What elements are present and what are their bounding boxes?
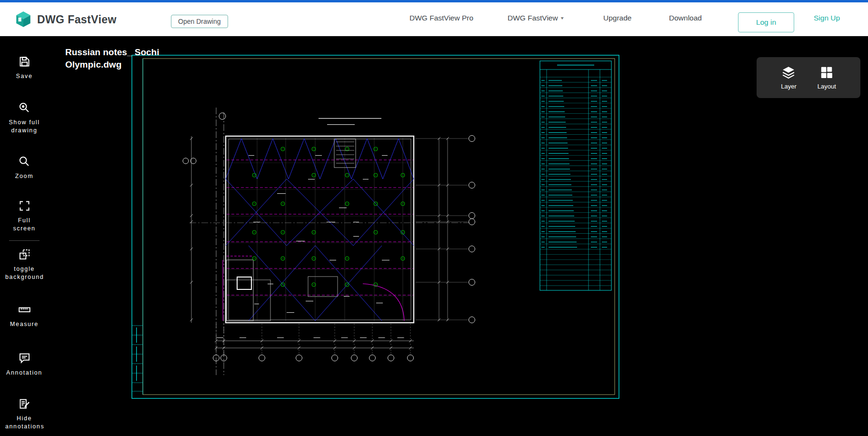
logo-text: DWG FastView bbox=[37, 13, 117, 26]
nav-dwg-fastview-pro[interactable]: DWG FastView Pro bbox=[409, 0, 473, 36]
toolbar-toggle-background-label: toggle background bbox=[5, 265, 43, 281]
toolbar-save-label: Save bbox=[16, 72, 33, 80]
dwg-fastview-logo-icon bbox=[14, 10, 32, 29]
login-button[interactable]: Log in bbox=[738, 12, 794, 32]
layers-icon bbox=[781, 65, 796, 79]
nav-upgrade[interactable]: Upgrade bbox=[603, 0, 631, 36]
drawing-viewport[interactable]: Russian notes_ Sochi Olympic.dwg bbox=[49, 36, 868, 436]
layout-grid-icon bbox=[819, 65, 834, 79]
app-logo[interactable]: DWG FastView bbox=[14, 10, 117, 29]
toolbar-full-screen[interactable]: Full screen bbox=[0, 199, 49, 233]
toolbar-show-full-drawing-label: Show full drawing bbox=[5, 119, 43, 135]
cad-canvas[interactable] bbox=[49, 36, 868, 436]
app-header: DWG FastView Open Drawing DWG FastView P… bbox=[0, 0, 868, 36]
spec-table bbox=[540, 61, 611, 290]
toolbar-divider bbox=[9, 240, 40, 241]
drawing-filename: Russian notes_ Sochi Olympic.dwg bbox=[65, 46, 159, 71]
layer-button[interactable]: Layer bbox=[781, 65, 797, 90]
full-screen-icon bbox=[18, 199, 31, 212]
toolbar-measure-label: Measure bbox=[10, 320, 39, 328]
toolbar-hide-annotations-label: Hide annotations bbox=[5, 415, 43, 431]
toolbar-measure[interactable]: Measure bbox=[0, 303, 49, 328]
toggle-background-icon bbox=[18, 248, 31, 261]
toolbar-full-screen-label: Full screen bbox=[11, 217, 38, 233]
cad-decorations bbox=[132, 77, 611, 391]
toolbar-save[interactable]: Save bbox=[0, 55, 49, 80]
toolbar-annotation[interactable]: Annotation bbox=[0, 352, 49, 377]
zoom-icon bbox=[18, 155, 31, 168]
save-icon bbox=[18, 55, 31, 68]
layer-layout-panel: Layer Layout bbox=[757, 57, 860, 98]
nav-download[interactable]: Download bbox=[669, 0, 702, 36]
floor-plan bbox=[183, 108, 469, 375]
top-accent-strip bbox=[0, 0, 868, 2]
show-full-drawing-icon bbox=[18, 101, 31, 114]
toolbar-zoom-label: Zoom bbox=[15, 172, 33, 180]
nav-dwg-fastview[interactable]: DWG FastView ▾ bbox=[508, 0, 564, 36]
toolbar-toggle-background[interactable]: toggle background bbox=[0, 248, 49, 281]
magenta-lines bbox=[223, 256, 404, 321]
layout-button-label: Layout bbox=[818, 83, 836, 90]
annotation-icon bbox=[18, 352, 31, 365]
left-toolbar: Save Show full drawing Zoom Full screen … bbox=[0, 36, 49, 436]
signup-link[interactable]: Sign Up bbox=[814, 0, 840, 36]
bracing-lines bbox=[226, 139, 414, 321]
layout-button[interactable]: Layout bbox=[818, 65, 836, 90]
hide-annotations-icon bbox=[18, 397, 31, 410]
toolbar-zoom[interactable]: Zoom bbox=[0, 155, 49, 180]
chevron-down-icon: ▾ bbox=[561, 15, 564, 20]
toolbar-show-full-drawing[interactable]: Show full drawing bbox=[0, 101, 49, 135]
drawing-frame bbox=[132, 55, 619, 398]
toolbar-hide-annotations[interactable]: Hide annotations bbox=[0, 397, 49, 431]
open-drawing-button[interactable]: Open Drawing bbox=[171, 15, 228, 28]
layer-button-label: Layer bbox=[781, 83, 797, 90]
measure-icon bbox=[18, 303, 31, 316]
toolbar-annotation-label: Annotation bbox=[6, 369, 42, 377]
